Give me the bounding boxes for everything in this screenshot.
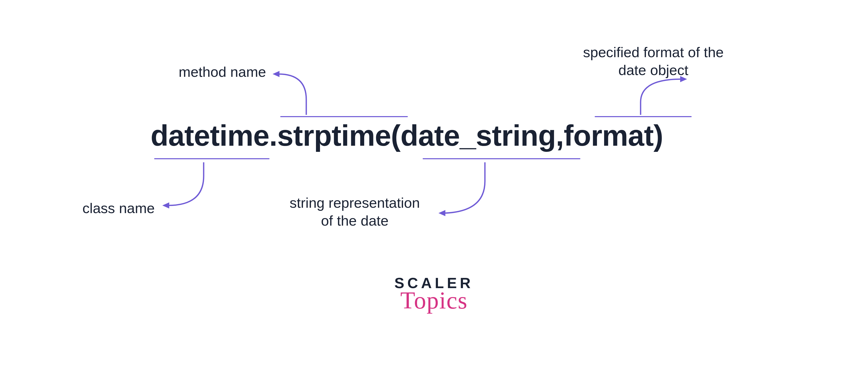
arrow-arg2: [630, 76, 692, 117]
label-arg1: string representation of the date: [281, 194, 429, 230]
arrow-arg1: [434, 161, 500, 219]
label-arg2-line1: specified format of the: [572, 43, 735, 61]
svg-marker-2: [438, 210, 445, 216]
label-method-name: method name: [179, 63, 266, 81]
seg-arg2: format: [564, 119, 654, 152]
label-class-name-text: class name: [83, 200, 155, 216]
code-expression: datetime.strptime(date_string, format): [151, 119, 663, 152]
rule-class-name: [154, 158, 270, 159]
logo-topics: Topics: [394, 286, 473, 314]
label-arg1-line2: of the date: [281, 212, 429, 230]
seg-method-name: strptime: [277, 119, 391, 152]
seg-close: ): [654, 119, 663, 152]
rule-arg1: [423, 158, 580, 159]
label-method-name-text: method name: [179, 64, 266, 80]
label-arg2: specified format of the date object: [572, 43, 735, 79]
seg-arg1: date_string: [400, 119, 556, 152]
arrow-class-name: [160, 161, 216, 212]
logo: SCALER Topics: [394, 274, 473, 314]
diagram-stage: datetime.strptime(date_string, format) m…: [0, 0, 868, 368]
seg-comma: ,: [556, 119, 564, 152]
seg-open: (: [391, 119, 400, 152]
svg-marker-1: [162, 203, 169, 209]
seg-dot: .: [269, 119, 277, 152]
label-arg1-line1: string representation: [281, 194, 429, 212]
label-class-name: class name: [83, 199, 155, 217]
seg-class-name: datetime: [151, 119, 269, 152]
arrow-method-name: [271, 66, 321, 117]
svg-marker-3: [680, 76, 687, 82]
svg-marker-0: [273, 71, 279, 77]
